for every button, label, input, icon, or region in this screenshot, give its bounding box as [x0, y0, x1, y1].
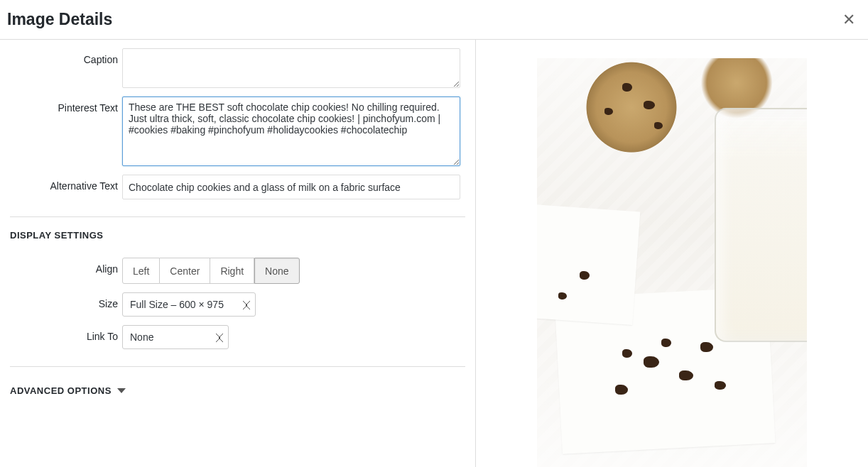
alternative-text-label: Alternative Text: [10, 175, 122, 192]
align-center-button[interactable]: Center: [160, 258, 210, 284]
image-preview: [537, 58, 807, 467]
advanced-options-toggle[interactable]: ADVANCED OPTIONS: [10, 380, 465, 402]
divider: [10, 366, 465, 367]
pinterest-text-label: Pinterest Text: [10, 97, 122, 114]
image-preview-panel: [476, 40, 868, 467]
align-left-button[interactable]: Left: [122, 258, 160, 284]
align-label: Align: [10, 258, 122, 275]
modal-title: Image Details: [7, 10, 112, 29]
alternative-text-input[interactable]: [122, 175, 460, 199]
link-to-select[interactable]: None: [122, 325, 229, 349]
close-icon[interactable]: ✕: [837, 6, 861, 33]
advanced-options-heading: ADVANCED OPTIONS: [10, 385, 112, 396]
align-none-button[interactable]: None: [254, 258, 299, 284]
align-right-button[interactable]: Right: [210, 258, 254, 284]
chevron-down-icon: [117, 388, 126, 393]
align-button-group: Left Center Right None: [122, 258, 300, 284]
caption-input[interactable]: [122, 48, 460, 88]
milk-jar: [715, 108, 807, 342]
caption-label: Caption: [10, 48, 122, 65]
size-select[interactable]: Full Size – 600 × 975: [122, 292, 256, 317]
display-settings-heading: DISPLAY SETTINGS: [10, 230, 465, 241]
settings-panel: Caption Pinterest Text These are THE BES…: [0, 40, 476, 467]
pinterest-text-input[interactable]: These are THE BEST soft chocolate chip c…: [122, 97, 460, 166]
size-label: Size: [10, 292, 122, 309]
link-to-label: Link To: [10, 325, 122, 342]
divider: [10, 216, 465, 217]
